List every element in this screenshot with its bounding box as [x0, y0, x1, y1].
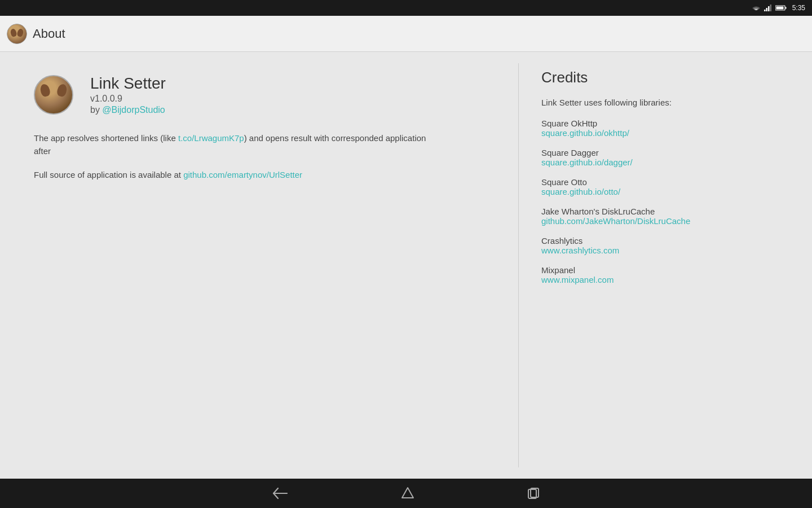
svg-marker-8 — [402, 488, 413, 498]
battery-icon — [775, 5, 787, 11]
back-button[interactable] — [7, 24, 27, 44]
svg-rect-0 — [764, 10, 766, 11]
credit-item: Square Ottosquare.github.io/otto/ — [541, 177, 789, 196]
credit-name: Crashlytics — [541, 236, 789, 246]
credit-name: Square OkHttp — [541, 119, 789, 128]
credit-name: Jake Wharton's DiskLruCache — [541, 207, 789, 216]
app-name-block: Link Setter v1.0.0.9 by @BijdorpStudio — [90, 75, 166, 115]
back-nav-button[interactable] — [272, 487, 288, 500]
app-source: Full source of application is available … — [34, 169, 496, 182]
example-link[interactable]: t.co/LrwagumK7p — [178, 133, 244, 143]
status-bar: 5:35 — [0, 0, 812, 16]
credit-item: Crashlyticswww.crashlytics.com — [541, 236, 789, 255]
home-nav-button[interactable] — [401, 487, 414, 500]
app-by-label: by @BijdorpStudio — [90, 105, 166, 115]
left-panel: Link Setter v1.0.0.9 by @BijdorpStudio T… — [0, 52, 518, 479]
credit-link[interactable]: www.crashlytics.com — [541, 246, 789, 255]
app-icon — [7, 24, 27, 44]
recents-nav-button[interactable] — [527, 487, 540, 500]
right-panel: Credits Link Setter uses following libra… — [519, 52, 812, 479]
svg-rect-6 — [776, 7, 783, 10]
credit-name: Square Dagger — [541, 148, 789, 157]
credit-link[interactable]: www.mixpanel.com — [541, 275, 789, 284]
source-link[interactable]: github.com/emartynov/UrlSetter — [183, 170, 302, 179]
credit-link[interactable]: square.github.io/otto/ — [541, 187, 789, 196]
svg-rect-2 — [768, 6, 770, 11]
app-info-header: Link Setter v1.0.0.9 by @BijdorpStudio — [34, 75, 496, 115]
home-nav-icon — [401, 487, 414, 500]
credits-title: Credits — [541, 69, 789, 86]
action-bar: About — [0, 16, 812, 52]
credit-name: Square Otto — [541, 177, 789, 187]
app-version: v1.0.0.9 — [90, 94, 166, 104]
credits-intro: Link Setter uses following libraries: — [541, 98, 789, 107]
app-name: Link Setter — [90, 75, 166, 93]
svg-rect-5 — [785, 7, 786, 9]
credit-item: Square Daggersquare.github.io/dagger/ — [541, 148, 789, 167]
signal-icon — [764, 5, 772, 11]
credit-item: Mixpanelwww.mixpanel.com — [541, 265, 789, 284]
svg-rect-3 — [770, 5, 771, 11]
credit-link[interactable]: square.github.io/dagger/ — [541, 157, 789, 167]
page-title: About — [33, 27, 65, 41]
credit-link[interactable]: github.com/JakeWharton/DiskLruCache — [541, 216, 789, 226]
svg-rect-1 — [766, 8, 767, 11]
credit-link[interactable]: square.github.io/okhttp/ — [541, 128, 789, 138]
author-link[interactable]: @BijdorpStudio — [102, 105, 165, 115]
credit-name: Mixpanel — [541, 265, 789, 275]
credit-item: Jake Wharton's DiskLruCachegithub.com/Ja… — [541, 207, 789, 226]
app-description: The app resolves shortened links (like t… — [34, 132, 429, 157]
back-nav-icon — [272, 487, 288, 500]
main-content: Link Setter v1.0.0.9 by @BijdorpStudio T… — [0, 52, 812, 479]
credits-list: Square OkHttpsquare.github.io/okhttp/Squ… — [541, 119, 789, 284]
nav-bar — [0, 479, 812, 508]
recents-nav-icon — [527, 487, 540, 500]
wifi-icon — [752, 5, 761, 11]
app-large-icon — [34, 75, 73, 115]
credit-item: Square OkHttpsquare.github.io/okhttp/ — [541, 119, 789, 138]
time-display: 5:35 — [792, 4, 805, 12]
